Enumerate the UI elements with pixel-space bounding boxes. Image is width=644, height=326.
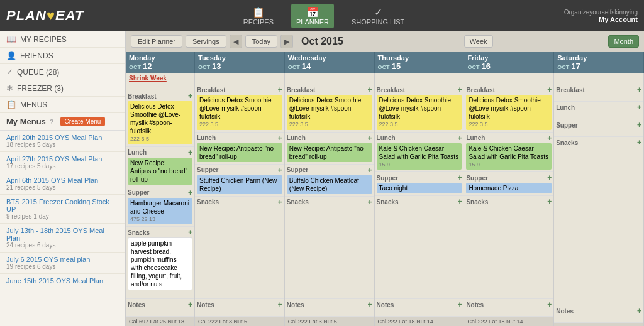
tuesday-supper-recipe[interactable]: Stuffed Chicken Parm (New Recipe) xyxy=(197,175,282,194)
nav-planner[interactable]: 📅 PLANNER xyxy=(291,4,334,28)
queue-icon: ✓ xyxy=(6,67,13,77)
monday-snacks-recipe[interactable]: apple pumpkin harvest bread, pumpkin muf… xyxy=(128,237,192,290)
next-arrow[interactable]: ▶ xyxy=(280,35,293,48)
menu-item-5[interactable]: July 6 2015 OYS meal plan 19 recipes 6 d… xyxy=(0,253,125,274)
day-headers: Monday OCT 12 Tuesday OCT 13 Wednesday O… xyxy=(126,52,644,73)
friday-notes-add[interactable]: + xyxy=(547,300,552,309)
shrink-week-link[interactable]: Shrink Week xyxy=(129,75,167,82)
wednesday-lunch: Lunch+ New Recipe: Antipasto "no bread" … xyxy=(285,133,374,165)
monday-supper-recipe[interactable]: Hamburger Macaroni and Cheese475 22 13 xyxy=(128,198,192,225)
planner-icon: 📅 xyxy=(296,6,329,18)
edit-planner-button[interactable]: Edit Planner xyxy=(131,35,182,48)
thursday-snacks-add[interactable]: + xyxy=(457,197,462,206)
wednesday-lunch-add[interactable]: + xyxy=(368,134,372,143)
my-account-link[interactable]: My Account xyxy=(564,16,638,23)
menu-item-0[interactable]: April 20th 2015 OYS Meal Plan 18 recipes… xyxy=(0,131,125,152)
thursday-supper: Supper+ Taco night xyxy=(375,172,464,196)
account-area: Organizeyourselfskinnying My Account xyxy=(564,9,638,23)
saturday-notes: Notes+ xyxy=(554,305,643,323)
calendar-body: Shrink Week Breakfast+ Delicious Detox S… xyxy=(126,73,644,326)
today-button[interactable]: Today xyxy=(245,35,277,48)
monday-snacks-add[interactable]: + xyxy=(188,228,192,237)
wednesday-breakfast-recipe[interactable]: Delicious Detox Smoothie @Love-mysilk #s… xyxy=(287,95,372,130)
wednesday-lunch-recipe[interactable]: New Recipe: Antipasto "no bread" roll-up xyxy=(287,143,372,162)
sidebar-item-friends[interactable]: 👤 FRIENDS xyxy=(0,48,125,64)
friday-breakfast: Breakfast+ Delicious Detox Smoothie @Lov… xyxy=(464,84,553,133)
thursday-lunch-recipe[interactable]: Kale & Chicken Caesar Salad with Garlic … xyxy=(377,143,462,170)
thursday-supper-add[interactable]: + xyxy=(457,173,462,182)
day-header-wednesday: Wednesday OCT 14 xyxy=(285,52,375,73)
friday-snacks-add[interactable]: + xyxy=(547,197,552,206)
site-name: Organizeyourselfskinnying xyxy=(564,9,638,16)
monday-breakfast-recipe[interactable]: Delicious Detox Smoothie @Love-mysilk #s… xyxy=(128,101,192,144)
friday-supper-recipe[interactable]: Homemade Pizza xyxy=(466,183,552,193)
monday-footer: Cal 697 Fat 25 Nut 18 xyxy=(126,317,194,326)
thursday-lunch: Lunch+ Kale & Chicken Caesar Salad with … xyxy=(375,133,464,173)
menu-item-4[interactable]: July 13th - 18th 2015 OYS Meal Plan 24 r… xyxy=(0,224,125,253)
thursday-notes: Notes+ xyxy=(375,299,464,317)
thursday-breakfast-add[interactable]: + xyxy=(457,85,462,94)
day-header-monday: Monday OCT 12 xyxy=(126,52,195,73)
nav-shopping-list[interactable]: ✓ SHOPPING LIST xyxy=(347,4,409,28)
saturday-top xyxy=(554,73,643,84)
sidebar-item-queue[interactable]: ✓ QUEUE (28) xyxy=(0,64,125,80)
thursday-supper-recipe[interactable]: Taco night xyxy=(377,183,462,193)
wednesday-supper-add[interactable]: + xyxy=(368,166,372,175)
friday-col: Breakfast+ Delicious Detox Smoothie @Lov… xyxy=(464,73,554,326)
tuesday-notes-add[interactable]: + xyxy=(278,300,282,309)
sidebar-item-recipes[interactable]: 📖 MY RECIPES xyxy=(0,31,125,48)
saturday-snacks-add[interactable]: + xyxy=(637,138,641,147)
main-content: Edit Planner Servings ◀ Today ▶ Oct 2015… xyxy=(126,31,644,326)
friday-footer: Cal 222 Fat 18 Nut 14 xyxy=(464,317,553,326)
tuesday-supper: Supper+ Stuffed Chicken Parm (New Recipe… xyxy=(195,165,284,197)
wednesday-supper-recipe[interactable]: Buffalo Chicken Meatloaf (New Recipe) xyxy=(287,175,372,194)
monday-col: Shrink Week Breakfast+ Delicious Detox S… xyxy=(126,73,195,326)
thursday-lunch-add[interactable]: + xyxy=(457,134,462,143)
sidebar-item-menus[interactable]: 📋 MENUS xyxy=(0,97,125,113)
monday-snacks: Snacks+ apple pumpkin harvest bread, pum… xyxy=(126,227,194,299)
day-header-tuesday: Tuesday OCT 13 xyxy=(195,52,285,73)
prev-arrow[interactable]: ◀ xyxy=(230,35,242,48)
wednesday-snacks-add[interactable]: + xyxy=(368,198,372,207)
monday-supper-add[interactable]: + xyxy=(188,188,192,197)
monday-lunch-add[interactable]: + xyxy=(188,148,192,157)
saturday-lunch-add[interactable]: + xyxy=(637,103,641,112)
logo: PLAN♥EAT xyxy=(6,8,84,24)
nav-recipes[interactable]: 📋 RECIPES xyxy=(238,4,279,28)
menu-item-1[interactable]: April 27th 2015 OYS Meal Plan 17 recipes… xyxy=(0,152,125,173)
friday-breakfast-recipe[interactable]: Delicious Detox Smoothie @Love-mysilk #s… xyxy=(466,95,552,130)
thursday-breakfast-recipe[interactable]: Delicious Detox Smoothie @Love-mysilk #s… xyxy=(377,95,462,130)
thursday-notes-add[interactable]: + xyxy=(457,300,462,309)
shopping-icon: ✓ xyxy=(352,6,404,18)
sidebar-item-freezer[interactable]: ❄ FREEZER (3) xyxy=(0,80,125,97)
wednesday-breakfast-add[interactable]: + xyxy=(368,85,372,94)
tuesday-breakfast-add[interactable]: + xyxy=(278,85,282,94)
tuesday-lunch-recipe[interactable]: New Recipe: Antipasto "no bread" roll-up xyxy=(197,143,282,162)
week-view-button[interactable]: Week xyxy=(464,35,493,48)
menu-item-2[interactable]: April 6th 2015 OYS Meal Plan 21 recipes … xyxy=(0,173,125,195)
tuesday-snacks-add[interactable]: + xyxy=(278,198,282,207)
friday-lunch-recipe[interactable]: Kale & Chicken Caesar Salad with Garlic … xyxy=(466,143,552,170)
tuesday-lunch-add[interactable]: + xyxy=(278,134,282,143)
saturday-breakfast-add[interactable]: + xyxy=(637,85,641,94)
wednesday-notes-add[interactable]: + xyxy=(368,300,372,309)
saturday-notes-add[interactable]: + xyxy=(637,307,641,315)
friday-breakfast-add[interactable]: + xyxy=(547,85,552,94)
monday-breakfast-add[interactable]: + xyxy=(188,92,192,101)
tuesday-breakfast-recipe[interactable]: Delicious Detox Smoothie @Love-mysilk #s… xyxy=(197,95,282,130)
tuesday-supper-add[interactable]: + xyxy=(278,166,282,175)
tuesday-notes: Notes+ xyxy=(195,299,284,317)
menu-item-3[interactable]: BTS 2015 Freezer Cooking Stock UP 9 reci… xyxy=(0,195,125,224)
wednesday-notes: Notes+ xyxy=(285,299,374,317)
servings-button[interactable]: Servings xyxy=(186,35,226,48)
create-menu-button[interactable]: Create Menu xyxy=(60,117,106,126)
saturday-supper-add[interactable]: + xyxy=(637,121,641,129)
monday-notes-add[interactable]: + xyxy=(188,300,192,309)
friday-lunch-add[interactable]: + xyxy=(547,134,552,143)
menu-item-6[interactable]: June 15th 2015 OYS Meal Plan xyxy=(0,274,125,288)
monday-lunch-recipe[interactable]: New Recipe: Antipasto "no bread" roll-up xyxy=(128,158,192,185)
freezer-icon: ❄ xyxy=(6,84,13,93)
friday-supper-add[interactable]: + xyxy=(547,173,552,182)
month-view-button[interactable]: Month xyxy=(608,35,639,48)
sidebar: 📖 MY RECIPES 👤 FRIENDS ✓ QUEUE (28) ❄ FR… xyxy=(0,31,126,326)
